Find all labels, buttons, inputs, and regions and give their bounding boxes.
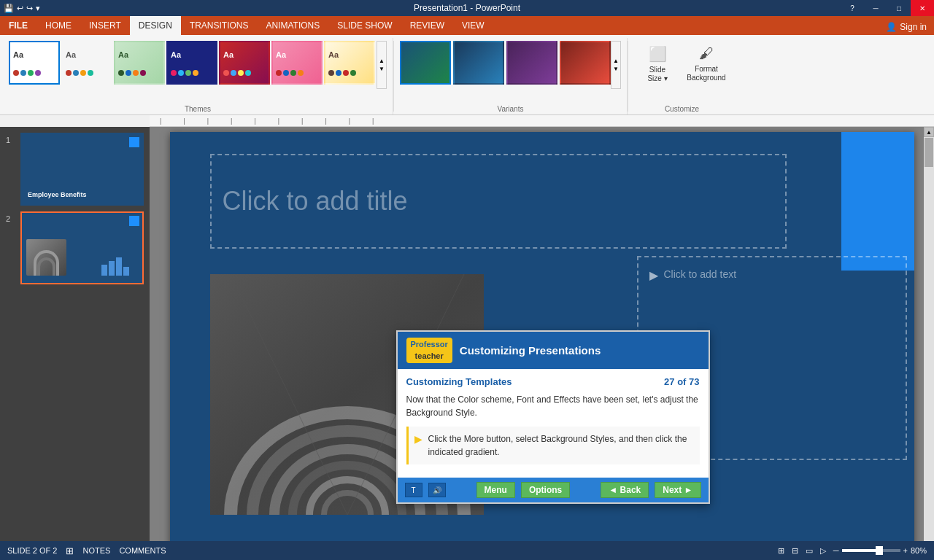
slide-2-image-thumb [26,239,66,276]
slide-1-container: 1 Employee Benefits [6,133,144,206]
themes-scroll-button[interactable]: ▲ ▼ [377,41,387,89]
person-icon: 👤 [886,22,897,32]
blue-decoration [841,132,914,271]
variant-1[interactable] [400,41,451,85]
window-title: Presentation1 - PowerPoint [414,3,520,13]
customize-label: Customize [634,104,730,114]
zoom-control[interactable]: ─ + 80% [833,546,927,555]
slide-size-label: SlideSize ▾ [647,66,667,83]
professor-badge: Professor teacher [406,338,452,363]
status-right: ⊞ ⊟ ▭ ▷ ─ + 80% [778,546,927,556]
zoom-bar[interactable] [842,549,900,552]
tab-transitions[interactable]: TRANSITIONS [181,16,258,35]
theme-6[interactable]: Aa [271,41,323,85]
theme-5[interactable]: Aa [219,41,270,85]
title-placeholder[interactable]: Click to add title [210,154,787,249]
zoom-handle[interactable] [876,546,883,555]
view-normal-icon[interactable]: ⊞ [778,546,784,556]
comments-button[interactable]: COMMENTS [119,546,166,555]
minimize-button[interactable]: ─ [864,0,887,16]
variant-3[interactable] [506,41,557,85]
play-icon: ▶ [414,433,422,445]
scroll-track[interactable] [924,137,934,542]
tab-design[interactable]: DESIGN [130,16,181,35]
tab-slideshow[interactable]: SLIDE SHOW [328,16,401,35]
slide-2-container: 2 [6,211,144,284]
help-button[interactable]: ? [841,0,864,16]
content-arrow-icon: ▶ [649,268,658,282]
themes-group: Aa Aa Aa [3,38,393,114]
slide-1-number: 1 [6,133,16,144]
tab-animations[interactable]: ANIMATIONS [257,16,328,35]
tab-view[interactable]: VIEW [453,16,493,35]
tutorial-body-text: Now that the Color scheme, Font and Effe… [406,393,700,419]
undo-icon[interactable]: ↩ [17,4,23,13]
next-button[interactable]: Next ► [655,482,700,498]
title-bar: 💾 ↩ ↪ ▾ Presentation1 - PowerPoint ? ─ □… [0,0,934,16]
variant-2[interactable] [453,41,504,85]
scroll-up-button[interactable]: ▲ [924,127,934,137]
restore-button[interactable]: □ [887,0,911,16]
slide-panel: 1 Employee Benefits 2 [0,127,150,553]
quick-access-toolbar[interactable]: 💾 ↩ ↪ ▾ [4,4,40,13]
variant-4[interactable] [560,41,611,85]
audio-icon-button[interactable]: 🔊 [428,483,446,497]
back-button[interactable]: ◄ Back [601,482,649,498]
save-icon[interactable]: 💾 [4,4,14,13]
text-icon-button[interactable]: T [405,483,422,497]
tab-insert[interactable]: INSERT [80,16,130,35]
slide-view-icon: ⊞ [66,545,74,556]
zoom-level: 80% [911,546,927,555]
options-button[interactable]: Options [521,482,570,498]
view-slideshow-icon[interactable]: ▷ [820,546,826,556]
slide-canvas[interactable]: Click to add title ▶ Click to add text [170,132,914,548]
view-reading-icon[interactable]: ▭ [806,546,813,556]
canvas-area: Click to add title ▶ Click to add text [150,127,934,553]
themes-scroll-area: Aa Aa Aa [9,41,387,89]
tab-review[interactable]: REVIEW [401,16,453,35]
signin-button[interactable]: 👤 Sign in [879,19,934,35]
slide-1-thumbnail[interactable]: Employee Benefits [20,133,144,206]
slide-2-chart-thumb [101,254,138,276]
redo-icon[interactable]: ↪ [26,4,33,13]
variants-area: ▲ ▼ [400,41,621,89]
zoom-fill [842,549,879,552]
format-background-label: FormatBackground [687,65,725,82]
tab-file[interactable]: FILE [0,16,36,35]
tab-home[interactable]: HOME [36,16,80,35]
tutorial-header-title: Customizing Presentations [460,344,601,357]
tutorial-subtitle-text: Customizing Templates [406,376,512,387]
slide-1-title: Employee Benefits [28,191,136,198]
theme-7[interactable]: Aa [324,41,375,85]
vertical-scrollbar[interactable]: ▲ ▼ [924,127,934,553]
variants-group: ▲ ▼ Variants [394,38,628,114]
customize-group: ⬜ SlideSize ▾ 🖌 FormatBackground Customi… [628,38,736,114]
close-button[interactable]: ✕ [911,0,934,16]
zoom-in-button[interactable]: + [903,546,908,555]
menu-button[interactable]: Menu [476,482,515,498]
slide-size-button[interactable]: ⬜ SlideSize ▾ [634,41,681,88]
slide-2-thumbnail[interactable] [20,211,144,284]
window-controls[interactable]: ? ─ □ ✕ [841,0,934,16]
view-outline-icon[interactable]: ⊟ [792,546,798,556]
tutorial-counter: 27 of 73 [664,376,699,387]
customize-qat-icon[interactable]: ▾ [36,4,40,13]
format-background-icon: 🖌 [699,45,714,62]
variants-scroll-button[interactable]: ▲ ▼ [611,41,621,89]
tutorial-instruction: ▶ Click the More button, select Backgrou… [406,427,700,464]
theme-4[interactable]: Aa [166,41,217,85]
scroll-thumb[interactable] [925,138,933,167]
tutorial-subtitle: Customizing Templates 27 of 73 [406,376,700,387]
theme-2[interactable]: Aa [61,41,112,85]
main-layout: 1 Employee Benefits 2 [0,127,934,553]
format-background-button[interactable]: 🖌 FormatBackground [683,41,730,87]
ruler-horizontal: | | | | | | | | | | [150,115,934,127]
title-placeholder-text: Click to add title [223,186,408,217]
notes-button[interactable]: NOTES [82,546,110,555]
ribbon-tabs: FILE HOME INSERT DESIGN TRANSITIONS ANIM… [0,16,934,35]
tutorial-footer: T 🔊 Menu Options ◄ Back Next ► [398,478,709,502]
theme-1[interactable]: Aa [9,41,60,85]
zoom-out-button[interactable]: ─ [833,546,839,555]
themes-content: Aa Aa Aa [9,38,387,104]
theme-3[interactable]: Aa [114,41,165,85]
